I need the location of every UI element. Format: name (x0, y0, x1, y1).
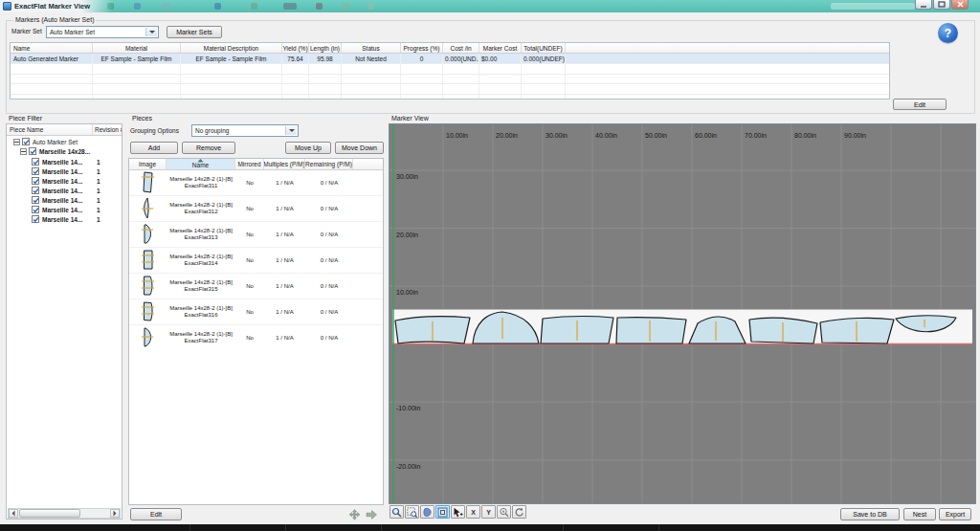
checkbox-checked-icon[interactable] (32, 215, 39, 223)
column-header-image[interactable]: Image (129, 159, 167, 169)
tree-item-piece[interactable]: Marseille 14... 1 (32, 214, 82, 224)
scroll-right-arrow[interactable] (110, 509, 120, 518)
pieces-edit-button[interactable]: Edit (130, 508, 182, 520)
marker-view-canvas[interactable]: 10.00in 20.00in 30.00in 40.00in 50.00in … (389, 123, 976, 504)
scrollbar-thumb[interactable] (19, 509, 80, 518)
maximize-button[interactable] (933, 0, 950, 10)
move-up-button[interactable]: Move Up (285, 142, 331, 154)
chevron-down-icon (145, 28, 157, 36)
piece-row[interactable]: Marseille 14x28-2 (1)-[B]ExactFlat312 No… (129, 196, 383, 222)
column-header-status[interactable]: Status (342, 43, 401, 53)
column-header-yield[interactable]: Yield (%) (282, 43, 309, 53)
forward-arrow-icon[interactable] (366, 509, 378, 520)
marker-sets-button[interactable]: Marker Sets (167, 26, 222, 38)
checkbox-checked-icon[interactable] (22, 138, 30, 145)
nest-button[interactable]: Nest (903, 508, 936, 520)
marker-set-dropdown[interactable]: Auto Marker Set (46, 26, 159, 38)
marker-total: 0.000(UNDEF) (522, 54, 566, 63)
background-window-title (831, 3, 915, 10)
checkbox-checked-icon[interactable] (29, 147, 36, 155)
piece-row[interactable]: Marseille 14x28-2 (1)-[B]ExactFlat316 No… (129, 299, 383, 325)
fit-view-icon (437, 507, 448, 518)
column-header-total[interactable]: Total(UNDEF) (522, 43, 566, 53)
column-header-mirrored[interactable]: Mirrored (235, 159, 264, 169)
marker-table-row[interactable]: Auto Generated Marker EF Sample - Sample… (11, 54, 889, 64)
add-button[interactable]: Add (130, 142, 178, 154)
ruler-x-label: 90.00in (844, 132, 866, 139)
app-icon (3, 2, 11, 11)
checkbox-checked-icon[interactable] (32, 158, 39, 166)
collapse-icon[interactable] (13, 139, 20, 145)
column-header-cost-in[interactable]: Cost /in (443, 43, 479, 53)
tree-item-label: Marseille 14... (42, 159, 82, 166)
tree-item-piece[interactable]: Marseille 14... 1 (32, 166, 82, 176)
column-header-piece-name[interactable]: Piece Name (7, 124, 93, 135)
close-icon (957, 1, 964, 8)
zoom-selected-button[interactable] (497, 505, 511, 519)
piece-multiples: 1 / N/A (264, 222, 305, 247)
help-button[interactable]: ? (938, 23, 958, 43)
column-header-length[interactable]: Length (in) (309, 43, 342, 53)
window-title: ExactFlat Marker View (14, 2, 90, 11)
flip-x-button[interactable]: X (466, 505, 480, 519)
zoom-window-button[interactable] (405, 505, 419, 519)
markers-group-title: Markers (Auto Marker Set) (13, 16, 96, 23)
flip-y-button[interactable]: Y (481, 505, 496, 519)
piece-row[interactable]: Marseille 14x28-2 (1)-[B]ExactFlat313 No… (129, 222, 383, 248)
checkbox-checked-icon[interactable] (32, 167, 39, 175)
column-header-remaining[interactable]: Remaining (P/M) (305, 159, 353, 169)
tree-item-piece[interactable]: Marseille 14... 1 (32, 186, 82, 195)
column-header-marker-cost[interactable]: Marker Cost (479, 43, 522, 53)
piece-thumbnail (141, 326, 156, 349)
piece-row[interactable]: Marseille 14x28-2 (1)-[B]ExactFlat315 No… (129, 274, 383, 299)
collapse-icon[interactable] (20, 148, 27, 155)
save-to-db-button[interactable]: Save to DB (840, 508, 900, 520)
column-header-revision[interactable]: Revision # (93, 124, 122, 135)
export-button[interactable]: Export (939, 508, 971, 520)
move-arrows-icon[interactable] (348, 509, 361, 520)
minimize-button[interactable] (915, 0, 932, 10)
piece-filter-hscrollbar[interactable] (8, 508, 121, 519)
piece-row[interactable]: Marseille 14x28-2 (1)-[B]ExactFlat311 No… (129, 170, 383, 196)
fit-view-button[interactable] (435, 505, 450, 519)
column-header-material[interactable]: Material (93, 43, 181, 53)
grouping-options-dropdown[interactable]: No grouping (191, 124, 299, 137)
marker-material-description: EF Sample - Sample Film (181, 54, 282, 63)
scroll-left-arrow[interactable] (9, 509, 18, 518)
move-down-button[interactable]: Move Down (335, 142, 384, 154)
remove-button[interactable]: Remove (182, 142, 235, 154)
tree-item-auto-marker-set[interactable]: Auto Marker Set (13, 137, 78, 146)
empty-row (11, 95, 889, 100)
refresh-button[interactable] (512, 505, 526, 519)
column-header-name[interactable]: Name (11, 43, 93, 53)
column-header-progress[interactable]: Progress (%) (401, 43, 443, 53)
ruler-y-label: 20.00in (396, 232, 418, 238)
select-move-button[interactable] (451, 505, 465, 519)
tree-item-revision: 1 (97, 188, 100, 194)
zoom-button[interactable] (390, 505, 404, 519)
checkbox-checked-icon[interactable] (32, 187, 39, 194)
tree-item-piece[interactable]: Marseille 14... 1 (32, 205, 82, 214)
ruler-x-label: 80.00in (794, 132, 816, 139)
marker-piece[interactable] (616, 318, 686, 343)
piece-row[interactable]: Marseille 14x28-2 (1)-[B]ExactFlat317 No… (129, 325, 383, 350)
tree-item-piece[interactable]: Marseille 14... 1 (32, 195, 82, 205)
maximize-icon (938, 1, 946, 8)
column-header-material-description[interactable]: Material Description (181, 43, 282, 53)
piece-row[interactable]: Marseille 14x28-2 (1)-[B]ExactFlat314 No… (129, 248, 383, 274)
ruler-x-label: 70.00in (745, 132, 767, 139)
piece-remaining: 0 / N/A (305, 299, 353, 324)
column-header-multiples[interactable]: Multiples (P/M) (264, 159, 305, 169)
checkbox-checked-icon[interactable] (32, 196, 39, 204)
column-header-piece-name-sorted[interactable]: Name (167, 159, 235, 169)
piece-name-line1: Marseille 14x28-2 (1)-[B] (169, 202, 233, 209)
show-piece-button[interactable] (420, 505, 434, 519)
checkbox-checked-icon[interactable] (32, 206, 39, 213)
close-button[interactable] (951, 0, 969, 10)
grouping-options-label: Grouping Options (130, 127, 179, 134)
tree-item-piece[interactable]: Marseille 14... 1 (32, 176, 82, 186)
tree-item-marseille-group[interactable]: Marseille 14x28... (20, 146, 90, 156)
checkbox-checked-icon[interactable] (32, 177, 39, 185)
markers-edit-button[interactable]: Edit (893, 99, 947, 110)
tree-item-piece[interactable]: Marseille 14... 1 (32, 157, 82, 166)
